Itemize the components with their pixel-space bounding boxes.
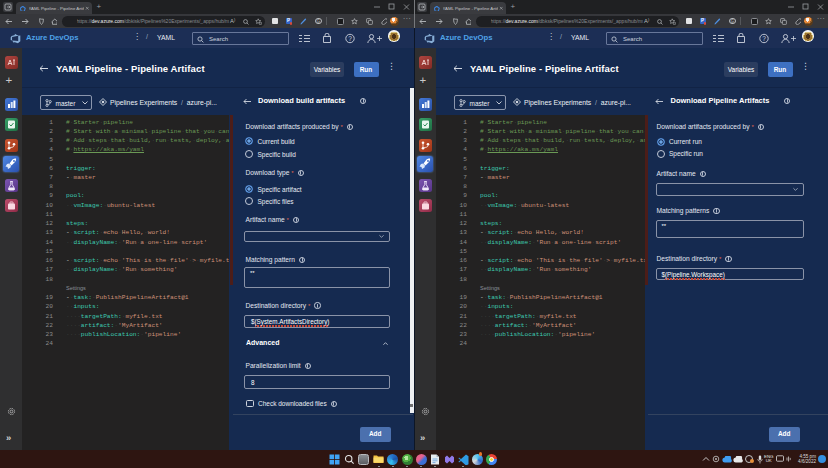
svg-text:?: ?: [348, 34, 352, 41]
svg-text:?: ?: [762, 34, 766, 41]
